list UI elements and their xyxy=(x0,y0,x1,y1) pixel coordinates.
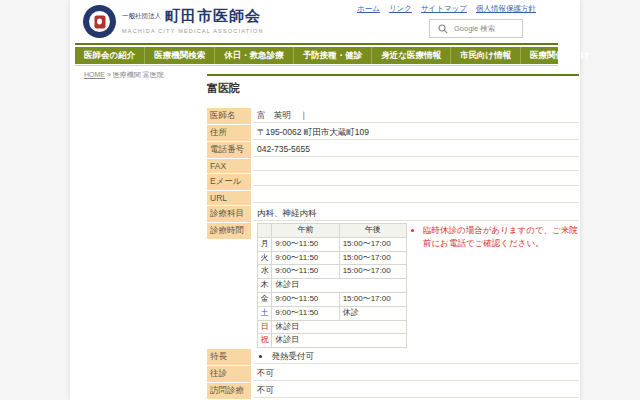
schedule-row-水: 水9:00〜11:5015:00〜17:00 xyxy=(258,265,407,279)
detail-values xyxy=(253,159,579,173)
schedule-day-cell: 金 xyxy=(258,292,272,306)
schedule-day-cell: 水 xyxy=(258,265,272,279)
schedule-pm-cell: 15:00〜17:00 xyxy=(339,251,406,265)
detail-label: 診療科目 xyxy=(207,206,251,222)
google-search-box[interactable]: Google 検索 xyxy=(429,19,523,38)
clinic-info-table-bottom: 特長発熱受付可往診不可訪問診療不可備考AED設置オンライン資格確認体制有。受診歴… xyxy=(207,349,579,400)
top-link-item: 個人情報保護方針 xyxy=(476,4,536,14)
association-logo-emblem xyxy=(94,15,105,28)
main-nav: 医師会の紹介医療機関検索休日・救急診療予防接種・健診身近な医療情報市民向け情報医… xyxy=(75,47,558,64)
schedule-row-土: 土9:00〜11:50休診 xyxy=(258,306,407,320)
schedule-pm-cell: 15:00〜17:00 xyxy=(339,292,406,306)
detail-label: 往診 xyxy=(207,366,251,382)
detail-row: 特長発熱受付可 xyxy=(207,349,579,365)
schedule-pm-cell: 休診 xyxy=(339,306,406,320)
schedule-am-cell: 9:00〜11:50 xyxy=(272,237,339,251)
schedule-closed-cell: 休診日 xyxy=(272,279,407,293)
detail-value: 内科、神経内科 xyxy=(253,206,579,221)
top-link-2[interactable]: サイトマップ xyxy=(421,4,467,13)
detail-row: 往診不可 xyxy=(207,366,579,382)
clinic-info-table: 医師名富 英明 ｜住所〒195-0062 町田市大蔵町109電話番号042-73… xyxy=(207,108,579,222)
brand-line: 一般社団法人 町田市医師会 xyxy=(122,7,264,26)
schedule-day-cell: 火 xyxy=(258,251,272,265)
top-link-1[interactable]: リンク xyxy=(389,4,412,13)
schedule-am-cell: 9:00〜11:50 xyxy=(272,292,339,306)
site-title-en: MACHIDA CITY MEDICAL ASSOCIATION xyxy=(122,28,264,34)
breadcrumb-home-link[interactable]: HOME xyxy=(84,71,105,78)
schedule-row-祝: 祝休診日 xyxy=(258,334,407,348)
nav-item-2[interactable]: 休日・救急診療 xyxy=(214,47,293,64)
schedule-row-金: 金9:00〜11:5015:00〜17:00 xyxy=(258,292,407,306)
detail-row: FAX xyxy=(207,159,579,173)
nav-item-5[interactable]: 市民向け情報 xyxy=(450,47,520,64)
schedule-pm-cell: 15:00〜17:00 xyxy=(339,237,406,251)
detail-value: 富 英明 ｜ xyxy=(253,108,579,123)
search-placeholder: Google 検索 xyxy=(454,24,495,34)
top-link-3[interactable]: 個人情報保護方針 xyxy=(476,4,536,13)
detail-values: 042-735-5655 xyxy=(253,142,579,158)
detail-label: URL xyxy=(207,191,251,205)
page: 一般社団法人 町田市医師会 MACHIDA CITY MEDICAL ASSOC… xyxy=(70,0,580,400)
schedule-day-cell: 日 xyxy=(258,320,272,334)
schedule-row-月: 月9:00〜11:5015:00〜17:00 xyxy=(258,237,407,251)
brand-block: 一般社団法人 町田市医師会 MACHIDA CITY MEDICAL ASSOC… xyxy=(122,7,264,34)
nav-item-1[interactable]: 医療機関検索 xyxy=(144,47,214,64)
detail-value xyxy=(253,191,579,203)
detail-values: 富 英明 ｜ xyxy=(253,108,579,124)
screen: 一般社団法人 町田市医師会 MACHIDA CITY MEDICAL ASSOC… xyxy=(0,0,640,400)
detail-label: 診療時間 xyxy=(207,223,251,239)
detail-value xyxy=(253,159,579,171)
schedule-day-cell: 祝 xyxy=(258,334,272,348)
detail-label: 電話番号 xyxy=(207,142,251,158)
nav-wrap: 医師会の紹介医療機関検索休日・救急診療予防接種・健診身近な医療情報市民向け情報医… xyxy=(75,43,558,66)
detail-value: 042-735-5655 xyxy=(253,142,579,157)
detail-row: 医師名富 英明 ｜ xyxy=(207,108,579,124)
schedule-area: 午前午後 月9:00〜11:5015:00〜17:00火9:00〜11:5015… xyxy=(253,223,579,348)
nav-item-6[interactable]: 医療関係者向け xyxy=(520,47,599,64)
search-icon xyxy=(438,24,448,34)
nav-item-4[interactable]: 身近な医療情報 xyxy=(371,47,450,64)
corp-type-label: 一般社団法人 xyxy=(122,12,161,21)
detail-label: 特長 xyxy=(207,349,251,365)
schedule-am-cell: 9:00〜11:50 xyxy=(272,306,339,320)
breadcrumb-separator: » xyxy=(107,71,111,78)
detail-values: 不可 xyxy=(253,383,579,399)
schedule-day-cell: 土 xyxy=(258,306,272,320)
detail-row: 電話番号042-735-5655 xyxy=(207,142,579,158)
schedule-pm-cell: 15:00〜17:00 xyxy=(339,265,406,279)
schedule-closed-cell: 休診日 xyxy=(272,334,407,348)
detail-row: URL xyxy=(207,191,579,205)
schedule-day-cell: 月 xyxy=(258,237,272,251)
top-link-item: リンク xyxy=(389,4,412,14)
association-logo xyxy=(83,5,116,38)
top-link-0[interactable]: ホーム xyxy=(357,4,380,13)
detail-values: 不可 xyxy=(253,366,579,382)
detail-values xyxy=(253,191,579,205)
detail-value: 不可 xyxy=(253,366,579,381)
nav-bottom-border xyxy=(75,65,558,66)
top-link-item: サイトマップ xyxy=(421,4,467,14)
schedule-col-header-2: 午後 xyxy=(339,224,406,238)
schedule-row: 診療時間 午前午後 月9:00〜11:5015:00〜17:00火9:00〜11… xyxy=(207,223,579,348)
detail-value: 発熱受付可 xyxy=(255,349,579,364)
schedule-col-header-1: 午前 xyxy=(272,224,339,238)
nav-item-3[interactable]: 予防接種・健診 xyxy=(293,47,372,64)
detail-label: FAX xyxy=(207,159,251,173)
detail-value xyxy=(253,174,579,186)
detail-value: 〒195-0062 町田市大蔵町109 xyxy=(253,125,579,140)
nav-item-0[interactable]: 医師会の紹介 xyxy=(75,47,144,64)
clinic-detail: 富医院 医師名富 英明 ｜住所〒195-0062 町田市大蔵町109電話番号04… xyxy=(207,74,579,400)
schedule-closed-cell: 休診日 xyxy=(272,320,407,334)
detail-label: 医師名 xyxy=(207,108,251,124)
detail-row: 訪問診療不可 xyxy=(207,383,579,399)
schedule-day-cell: 木 xyxy=(258,279,272,293)
detail-value: 不可 xyxy=(253,383,579,398)
schedule-col-header-0 xyxy=(258,224,272,238)
closure-note-text: 臨時休診の場合がありますので、ご来院前にお電話でご確認ください。 xyxy=(423,224,579,250)
association-logo-inner xyxy=(89,11,110,32)
detail-values: 内科、神経内科 xyxy=(253,206,579,222)
detail-label: 住所 xyxy=(207,125,251,141)
detail-values: 発熱受付可 xyxy=(253,349,579,365)
schedule-row-火: 火9:00〜11:5015:00〜17:00 xyxy=(258,251,407,265)
utility-nav: ホームリンクサイトマップ個人情報保護方針 xyxy=(357,4,536,14)
